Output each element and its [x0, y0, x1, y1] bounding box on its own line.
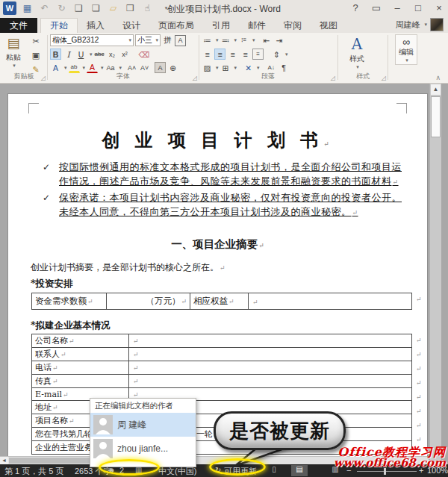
row-end-mark	[415, 422, 424, 429]
justify-button[interactable]: ≡	[240, 49, 251, 60]
investment-label: *投资安排	[31, 278, 73, 290]
align-center-button[interactable]: ≡	[214, 49, 225, 60]
vertical-scrollbar[interactable]: ▲	[429, 84, 441, 464]
phonetic-guide-button[interactable]: 拼	[162, 35, 173, 46]
paragraph-dialog-launcher[interactable]: ◿	[331, 75, 335, 81]
numbering-button[interactable]: ≕	[220, 34, 231, 46]
table-cell[interactable]: 公司名称	[32, 334, 129, 348]
account-avatar	[430, 18, 444, 31]
table-cell[interactable]: 电话	[32, 361, 129, 375]
paragraph-group: ≔▾ ≕▾ ⁝≡▾ ⇤ ⇥ ≡ ≡ ≡ ≡ ≡ ⇕▾ ▨▾ ⊞▾ ✕▾ A↓ ¶	[200, 33, 336, 82]
tab-references[interactable]: 引用	[203, 18, 239, 33]
change-case-dropdown-icon[interactable]: ▾	[119, 65, 122, 71]
copy-icon[interactable]: ▣	[30, 50, 42, 61]
multilevel-list-button[interactable]: ⁝≡	[238, 34, 249, 46]
asian-layout-dropdown-icon[interactable]: ▾	[257, 65, 260, 71]
text-effects-dropdown-icon[interactable]: ▾	[64, 65, 67, 71]
font-group: 楷体_GB2312 ▾ 小三 ▾ 拼 A B I U ▾ abc x₂ x² ⌫	[49, 33, 198, 82]
language-indicator[interactable]: 中文(中国)	[158, 466, 196, 477]
table-cell[interactable]: 传真	[32, 375, 129, 388]
font-dialog-launcher[interactable]: ◿	[193, 75, 197, 81]
styles-dialog-launcher[interactable]: ◿	[382, 75, 386, 81]
scroll-up-button[interactable]: ▲	[431, 84, 441, 95]
line-spacing-dropdown-icon[interactable]: ▾	[285, 52, 288, 57]
editing-button[interactable]: ∞ 编辑 ▾	[395, 34, 417, 65]
table-row: 联系人	[32, 348, 412, 361]
ribbon-display-options-button[interactable]: ▭	[370, 2, 382, 13]
vertical-scrollbar-thumb[interactable]	[431, 96, 441, 137]
styles-button-label: 样式	[349, 54, 364, 64]
shading-dropdown-icon[interactable]: ▾	[216, 65, 219, 71]
bold-button[interactable]: B	[50, 49, 61, 60]
table-row: E-mail	[32, 388, 412, 401]
bullets-button[interactable]: ≔	[202, 34, 213, 46]
clear-formatting-button[interactable]: ⌫	[138, 49, 151, 60]
tab-insert[interactable]: 插入	[78, 18, 113, 33]
paste-button[interactable]: ▤ 粘贴 ▾	[4, 34, 22, 69]
tab-design[interactable]: 设计	[113, 18, 149, 33]
increase-indent-button[interactable]: ⇥	[274, 34, 285, 46]
strikethrough-button[interactable]: abc	[94, 49, 105, 60]
tab-view[interactable]: 视图	[311, 18, 346, 33]
author-item[interactable]: zhou jianfe...	[90, 437, 196, 461]
ribbon-tab-row: 文件 开始 插入 设计 页面布局 引用 邮件 审阅 视图 周建峰 ▾	[0, 18, 448, 33]
tab-file[interactable]: 文件	[0, 18, 37, 33]
document-page[interactable]: 创 业 项 目 计 划 书 ✓ 按国际惯例通用的标准文本格式形成的项目计划书，是…	[7, 93, 428, 464]
numbering-dropdown-icon[interactable]: ▾	[234, 37, 237, 43]
highlight-dropdown-icon[interactable]: ▾	[83, 65, 86, 71]
table-cell[interactable]: 联系人	[32, 348, 129, 361]
character-border-button[interactable]: A	[175, 35, 186, 46]
tab-review[interactable]: 审阅	[275, 18, 311, 33]
font-size-combobox[interactable]: 小三 ▾	[135, 34, 161, 46]
styles-group: A 样式 ▾ 样式 ◿	[339, 33, 387, 82]
font-color-dropdown-icon[interactable]: ▾	[101, 65, 104, 71]
tab-mailings[interactable]: 邮件	[239, 18, 275, 33]
callout-text: 是否被更新	[229, 418, 330, 444]
italic-button[interactable]: I	[63, 49, 74, 60]
font-name-combobox[interactable]: 楷体_GB2312 ▾	[50, 34, 134, 46]
decrease-indent-button[interactable]: ⇤	[261, 34, 273, 46]
document-area: 创 业 项 目 计 划 书 ✓ 按国际惯例通用的标准文本格式形成的项目计划书，是…	[0, 84, 448, 464]
line-spacing-button[interactable]: ⇕	[271, 49, 282, 60]
underline-dropdown-icon[interactable]: ▾	[90, 52, 93, 57]
minimize-button[interactable]: –	[391, 2, 403, 13]
restore-button[interactable]: □	[412, 2, 424, 13]
table-cell[interactable]	[129, 361, 412, 375]
collapse-ribbon-button[interactable]: ∧	[435, 74, 441, 81]
margin-crop-mark	[28, 103, 39, 113]
close-button[interactable]: ×	[433, 2, 445, 13]
distributed-button[interactable]: ≡	[252, 49, 264, 60]
borders-dropdown-icon[interactable]: ▾	[234, 65, 237, 71]
table-cell[interactable]	[129, 334, 412, 348]
table-cell[interactable]	[129, 348, 412, 361]
cut-icon[interactable]: ✂	[30, 36, 42, 47]
align-left-button[interactable]: ≡	[202, 49, 213, 60]
account-dropdown-icon: ▾	[424, 22, 427, 28]
page-number-indicator[interactable]: 第 1 页，共 5 页	[4, 466, 63, 477]
table-cell[interactable]	[249, 293, 412, 310]
align-right-button[interactable]: ≡	[227, 49, 238, 60]
bullet-list: ✓ 按国际惯例通用的标准文本格式形成的项目计划书，是全面介绍公司和项目运作情况，…	[43, 160, 405, 221]
table-cell[interactable]: 资金需求数额	[32, 293, 107, 310]
help-button[interactable]: ?	[349, 2, 361, 13]
account-menu[interactable]: 周建峰 ▾	[395, 18, 444, 31]
table-cell[interactable]	[129, 375, 412, 388]
table-cell[interactable]: （万元）	[107, 293, 190, 310]
clipboard-dialog-launcher[interactable]: ◿	[41, 75, 46, 81]
superscript-button[interactable]: x²	[119, 49, 131, 60]
bullets-dropdown-icon[interactable]: ▾	[216, 37, 219, 43]
zoom-slider[interactable]	[357, 471, 417, 472]
font-group-label: 字体	[49, 72, 198, 81]
investment-table[interactable]: 资金需求数额 （万元） 相应权益	[31, 293, 412, 310]
author-item[interactable]: 周 建峰	[90, 413, 196, 437]
multilevel-dropdown-icon[interactable]: ▾	[252, 37, 255, 43]
tab-page-layout[interactable]: 页面布局	[149, 18, 203, 33]
table-cell[interactable]: 相应权益	[190, 293, 249, 310]
row-end-mark	[415, 379, 424, 387]
subscript-button[interactable]: x₂	[107, 49, 118, 60]
scroll-left-button[interactable]: ◄	[0, 457, 8, 464]
authors-editing-popup: 正在编辑此文档的作者 周 建峰 zhou jianfe...	[90, 398, 196, 467]
styles-button[interactable]: A 样式 ▾	[346, 34, 367, 70]
underline-button[interactable]: U	[75, 49, 87, 60]
tab-home[interactable]: 开始	[40, 18, 78, 33]
